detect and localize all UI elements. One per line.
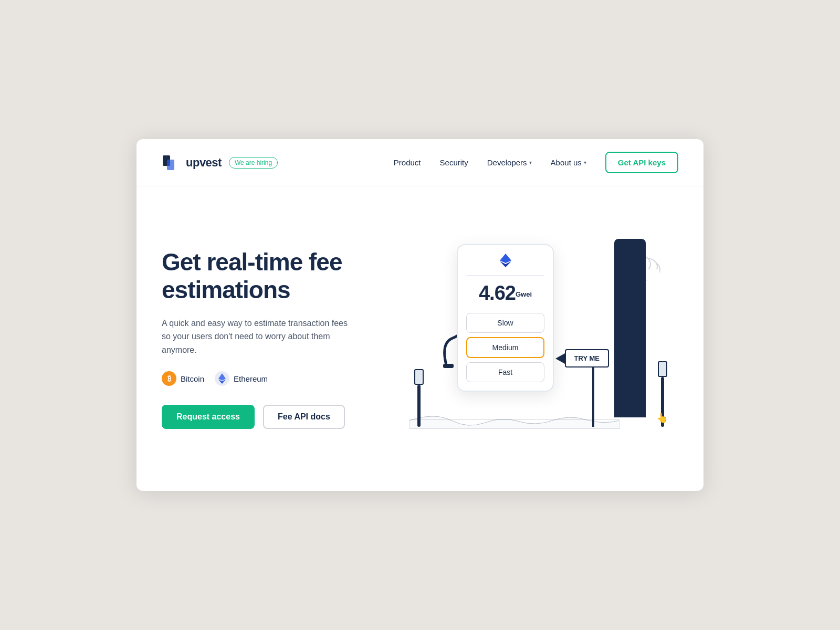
nav-product[interactable]: Product (394, 158, 421, 167)
slow-speed-button[interactable]: Slow (466, 313, 544, 333)
header: upvest We are hiring Product Security De… (136, 139, 704, 186)
fee-unit: Gwei (516, 290, 532, 298)
chevron-down-icon: ▾ (529, 160, 532, 165)
nav-about[interactable]: About us ▾ (551, 158, 586, 167)
bitcoin-icon: ₿ (162, 371, 176, 386)
street-light-left (417, 385, 421, 427)
medium-speed-button[interactable]: Medium (466, 337, 544, 358)
fast-speed-button[interactable]: Fast (466, 362, 544, 382)
hero-title: Get real-time fee estimations (162, 248, 382, 304)
nav-developers[interactable]: Developers ▾ (487, 158, 532, 167)
hero-left: Get real-time fee estimations A quick an… (162, 248, 382, 429)
ethereum-diamond-icon (500, 254, 511, 270)
crypto-badges: ₿ Bitcoin Ethereum (162, 371, 382, 386)
svg-rect-1 (167, 160, 174, 170)
get-api-keys-button[interactable]: Get API keys (605, 152, 678, 173)
main-nav: Product Security Developers ▾ About us ▾… (394, 152, 678, 173)
request-access-button[interactable]: Request access (162, 405, 255, 429)
ethereum-icon (215, 371, 229, 386)
cursor-pointer-icon: 👆 (656, 412, 668, 424)
hero-buttons: Request access Fee API docs (162, 405, 382, 429)
ethereum-label: Ethereum (234, 374, 268, 383)
bitcoin-badge: ₿ Bitcoin (162, 371, 204, 386)
ethereum-badge: Ethereum (215, 371, 268, 386)
scene: 4.62Gwei Slow Medium Fast (410, 234, 672, 444)
fee-widget-card: 4.62Gwei Slow Medium Fast (457, 244, 554, 392)
gas-pump-body (614, 239, 646, 417)
page-container: upvest We are hiring Product Security De… (136, 139, 704, 491)
svg-rect-7 (443, 364, 454, 368)
fee-display: 4.62Gwei (466, 282, 544, 304)
hero-description: A quick and easy way to estimate transac… (162, 317, 351, 357)
try-me-sign[interactable]: TRY ME (565, 349, 609, 368)
hero-illustration: 4.62Gwei Slow Medium Fast (403, 228, 678, 449)
fee-api-docs-button[interactable]: Fee API docs (263, 405, 345, 429)
bitcoin-label: Bitcoin (181, 374, 204, 383)
brand-name: upvest (186, 156, 222, 170)
light-box-left (414, 369, 424, 385)
logo-icon (162, 154, 178, 171)
hiring-badge[interactable]: We are hiring (229, 157, 278, 169)
fee-speed-buttons: Slow Medium Fast (466, 313, 544, 382)
try-me-arrow (555, 353, 565, 364)
phone-header (466, 254, 544, 276)
hero-section: Get real-time fee estimations A quick an… (136, 186, 704, 491)
logo-area: upvest We are hiring (162, 154, 278, 171)
sign-post (592, 364, 594, 427)
ground-svg (410, 408, 620, 429)
chevron-down-icon: ▾ (584, 160, 586, 165)
nav-security[interactable]: Security (440, 158, 468, 167)
fee-value: 4.62 (479, 282, 516, 304)
light-box-right (658, 361, 667, 377)
